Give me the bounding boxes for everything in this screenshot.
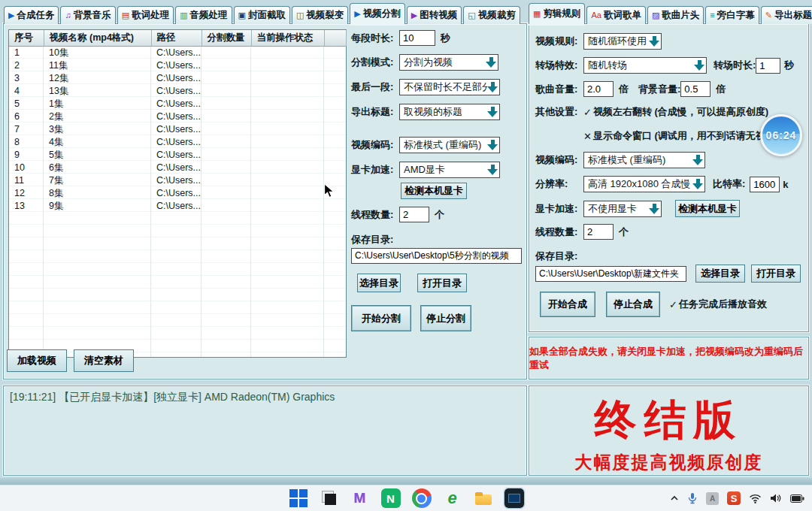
compose-savedir-input[interactable] [535,266,686,282]
video-rule-select[interactable]: 随机循环使用 [583,33,662,50]
compose-choose-dir-button[interactable]: 选择目录 [695,265,745,283]
table-row[interactable]: 6 2集 C:\Users... [9,110,346,123]
chevron-up-icon[interactable] [670,495,679,501]
compose-gpu-select[interactable]: 不使用显卡 [583,201,662,217]
column-header[interactable] [324,30,346,46]
table-row[interactable]: 13 9集 C:\Users... [9,200,346,213]
app-n-icon[interactable]: N [381,488,401,508]
file-explorer-icon[interactable] [474,488,493,508]
show-cmd-option[interactable]: ✕ 显示命令窗口 (调试用，用不到话请无视) [583,129,768,143]
video-list-table[interactable]: 序号视频名称 (mp4格式)路径分割数量当前操作状态 1 10集 C:\User… [8,29,347,358]
tab-item[interactable]: ◱ 视频裁剪 [463,6,520,24]
volume-icon[interactable] [770,493,782,503]
start-icon[interactable] [289,488,308,508]
sogou-icon[interactable]: S [727,491,741,505]
column-header[interactable]: 当前操作状态 [251,30,324,46]
tab-item[interactable]: ≡ 旁白字幕 [705,6,759,24]
tab-item[interactable]: ▣ 封面截取 [234,6,290,24]
app-m-icon[interactable]: M [350,488,370,508]
tab-item[interactable]: ▶ 视频分割 [350,3,404,24]
threads-input[interactable] [399,207,429,222]
column-header[interactable]: 序号 [9,30,44,46]
transition-duration-unit: 秒 [784,59,794,72]
stop-compose-button[interactable]: 停止合成 [606,292,660,317]
browser-e-icon[interactable]: e [443,488,462,508]
bg-volume-input[interactable] [680,81,710,97]
cell-index: 5 [9,98,44,110]
tab-item[interactable]: Aa 歌词歌单 [586,6,645,24]
flip-video-option[interactable]: ✓ 视频左右翻转 (合成慢，可以提高原创度) [583,105,768,119]
split-mode-select[interactable]: 分割为视频 [399,54,498,71]
stop-split-button[interactable]: 停止分割 [420,305,471,331]
compose-threads-input[interactable] [583,224,614,240]
open-dir-button[interactable]: 打开目录 [417,274,467,292]
resolution-select[interactable]: 高清 1920x1080 合成慢 [583,176,705,192]
battery-icon[interactable] [790,494,804,503]
cell-name: 6集 [44,162,151,174]
log-panel[interactable]: [19:11:21] 【已开启显卡加速】[独立显卡] AMD Radeon(TM… [3,386,527,476]
compose-open-dir-button[interactable]: 打开目录 [751,265,801,283]
tab-item[interactable]: ♫ 背景音乐 [60,6,115,24]
screen-time-widget[interactable]: 06:24 [760,114,802,156]
start-compose-button[interactable]: 开始合成 [540,292,595,317]
transition-label: 转场特效: [535,59,583,72]
start-split-button[interactable]: 开始分割 [351,305,411,331]
table-row[interactable]: 1 10集 C:\Users... [9,46,346,59]
cell-index: 1 [9,46,44,59]
table-row[interactable]: 2 11集 C:\Users... [9,59,346,72]
last-segment-select[interactable]: 不保留时长不足部分 [399,79,500,95]
task-view-icon[interactable] [320,488,339,508]
song-volume-input[interactable] [583,81,614,97]
cell-index: 3 [9,72,44,85]
compose-encode-select[interactable]: 标准模式 (重编码) [583,152,705,168]
tab-item[interactable]: ▦ 剪辑规则 [529,3,585,24]
column-header[interactable]: 分割数量 [201,30,251,46]
tab-icon: ▥ [180,11,187,20]
savedir-row [351,248,522,264]
ime-icon[interactable]: A [706,492,719,505]
export-title-select[interactable]: 取视频的标题 [399,104,500,120]
load-videos-button[interactable]: 加载视频 [7,349,67,372]
transition-select[interactable]: 随机转场 [583,57,707,74]
cell-index: 7 [9,123,44,136]
tab-label: 音频处理 [190,9,228,22]
table-row[interactable]: 9 5集 C:\Users... [9,149,346,162]
detect-gpu-button[interactable]: 检测本机显卡 [401,183,467,199]
table-row[interactable]: 3 12集 C:\Users... [9,72,346,85]
tab-item[interactable]: ▶ 图转视频 [407,6,462,24]
table-row[interactable]: 5 1集 C:\Users... [9,98,346,110]
play-sound-option[interactable]: ✓ 任务完成后播放音效 [669,298,767,311]
dropdown-arrow-icon [487,139,498,151]
column-header[interactable]: 视频名称 (mp4格式) [44,30,151,46]
table-row[interactable]: 12 8集 C:\Users... [9,187,346,200]
segment-duration-input[interactable] [399,30,435,46]
tab-item[interactable]: ▥ 音频处理 [175,6,232,24]
cell-name: 2集 [44,110,151,123]
transition-duration-input[interactable] [756,58,780,74]
tab-item[interactable]: ◫ 视频裂变 [292,6,348,24]
gpu-select[interactable]: AMD显卡 [399,162,500,178]
chrome-icon[interactable] [412,488,432,508]
tab-item[interactable]: ✎ 导出标题 [761,6,812,24]
clear-materials-button[interactable]: 清空素材 [74,349,134,372]
cell-index: 2 [9,59,44,72]
wifi-icon[interactable] [749,494,762,503]
segment-duration-label: 每段时长: [351,32,399,45]
bitrate-input[interactable] [750,177,780,192]
choose-dir-button[interactable]: 选择目录 [357,274,401,292]
table-row[interactable]: 4 13集 C:\Users... [9,85,346,98]
table-row[interactable]: 8 4集 C:\Users... [9,136,346,149]
microphone-icon[interactable] [687,492,698,505]
tab-item[interactable]: ▤ 歌词处理 [117,6,174,24]
dropdown-arrow-icon [649,203,660,215]
column-header[interactable]: 路径 [151,30,201,46]
table-row[interactable]: 10 6集 C:\Users... [9,162,346,174]
table-row[interactable]: 7 3集 C:\Users... [9,123,346,136]
table-row[interactable]: 11 7集 C:\Users... [9,174,346,187]
compose-detect-gpu-button[interactable]: 检测本机显卡 [675,200,740,217]
savedir-input[interactable] [351,248,522,264]
tab-item[interactable]: ▶ 合成任务 [4,6,59,24]
active-app-icon[interactable] [504,488,524,508]
tab-item[interactable]: ▨ 歌曲片头 [647,6,704,24]
encode-select[interactable]: 标准模式 (重编码) [399,137,500,153]
